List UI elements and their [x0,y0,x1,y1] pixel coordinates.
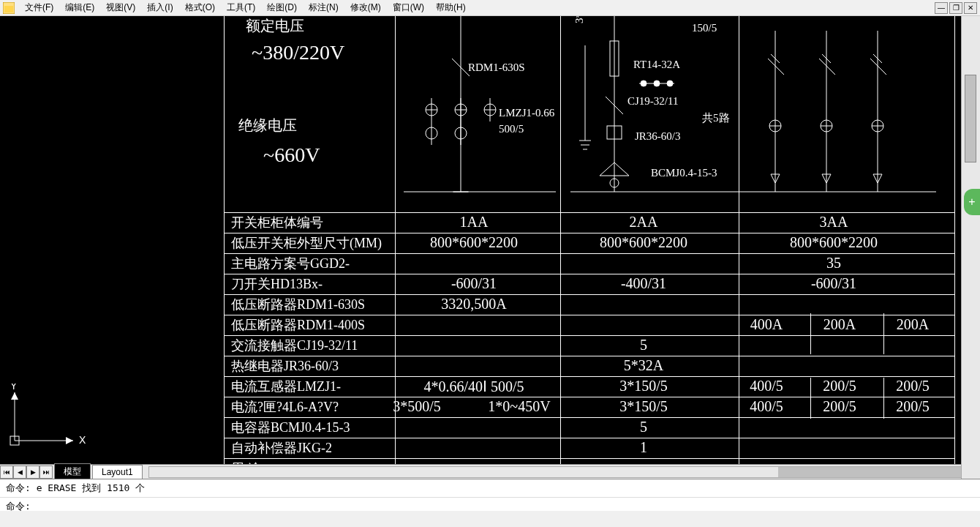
row-line-8 [224,376,955,377]
vertical-scrollbar[interactable] [961,16,980,479]
tab-model[interactable]: 模型 [54,463,91,479]
menu-format[interactable]: 格式(O) [179,0,221,15]
row-label: 开关柜柜体编号 [231,214,323,231]
row-cell: 3320,500A [441,296,506,313]
row-line-0 [224,212,955,213]
tab-layout1[interactable]: Layout1 [92,465,143,479]
menu-modify[interactable]: 修改(M) [344,0,387,15]
svg-marker-56 [11,392,18,400]
row-cell: -400/31 [621,275,666,292]
row-cell: 5*32A [624,357,663,374]
row-cell: 5 [640,337,647,354]
drawing-workspace: 额定电压 ~380/220V 绝缘电压 ~660V RDM1-630S LMZJ… [0,16,980,479]
row-cell: 1*0~450V [488,398,550,415]
horizontal-scrollbar[interactable] [148,466,961,478]
row-cell: 400A [750,316,783,333]
row-cell: 3*150/5 [619,398,668,415]
col-div-3c [810,378,811,419]
tab-first-button[interactable]: ⏮ [0,466,13,479]
row-label: 电流?匣?4L6-A?V? [231,398,339,416]
row-line-2 [224,253,955,254]
menu-file[interactable]: 文件(F) [19,0,59,15]
row-label: 热继电器JR36-60/3 [231,357,339,375]
row-line-11 [224,438,955,438]
minimize-button[interactable]: — [935,2,948,14]
tab-last-button[interactable]: ⏭ [39,466,53,479]
row-line-10 [224,417,955,418]
col-div-1 [560,212,561,479]
row-cell: 800*600*2200 [430,234,518,251]
ucs-icon: X Y [6,384,86,449]
row-cell: 35 [826,255,841,272]
row-cell: 1AA [460,214,489,231]
row-cell: 3AA [820,214,848,231]
row-label: 低压断路器RDM1-630S [231,296,365,313]
menu-edit[interactable]: 编辑(E) [59,0,100,15]
row-line-7 [224,356,955,356]
row-line-1 [224,233,955,233]
row-label: 电容器BCMJ0.4-15-3 [231,419,350,436]
window-controls: — ❐ ✕ [935,2,977,14]
restore-button[interactable]: ❐ [949,2,962,14]
row-cell: 200/5 [896,378,930,395]
row-label: 电流互感器LMZJ1- [231,378,341,395]
model-tab-bar: ⏮ ◀ ▶ ⏭ 模型 Layout1 [0,464,961,479]
command-area: 命令: e ERASE 找到 1510 个 命令: [0,479,980,511]
row-line-6 [224,335,955,336]
row-cell: 4*0.66/40Ⅰ 500/5 [423,378,524,395]
row-cell: 2AA [630,214,658,231]
row-cell: 5 [640,419,647,436]
row-cell: 3*500/5 [393,398,441,415]
row-cell: -600/31 [451,275,497,292]
row-label: 主电路方案号GGD2- [231,255,350,272]
row-line-9 [224,397,955,397]
svg-marker-54 [66,437,73,444]
row-cell: 200A [823,316,856,333]
row-cell: -600/31 [811,275,856,292]
tab-next-button[interactable]: ▶ [26,466,39,479]
command-input[interactable]: 命令: [0,498,980,515]
row-line-12 [224,458,955,459]
row-cell: 400/5 [750,378,783,395]
menu-view[interactable]: 视图(V) [100,0,141,15]
row-cell: 800*600*2200 [600,234,687,251]
row-cell: 200/5 [823,378,856,395]
ucs-x-label: X [79,434,86,446]
side-add-button[interactable]: + [964,189,980,215]
row-label: 自动补偿器JKG-2 [231,439,332,457]
row-line-5 [224,315,955,315]
menu-tools[interactable]: 工具(T) [221,0,261,15]
row-cell: 200/5 [823,398,856,415]
menu-draw[interactable]: 绘图(D) [261,0,303,15]
col-div-3d [883,378,884,419]
command-history: 命令: e ERASE 找到 1510 个 [0,479,980,498]
row-cell: 1 [640,439,647,456]
row-line-4 [224,294,955,295]
hscroll-thumb[interactable] [778,467,968,477]
ucs-y-label: Y [10,384,18,392]
close-button[interactable]: ✕ [964,2,977,14]
col-div-3a [810,313,811,354]
col-div-3b [883,313,884,354]
row-cell: 3*150/5 [619,378,668,395]
row-label: 低压断路器RDM1-400S [231,316,365,334]
col-div-1u [560,16,561,212]
svg-rect-1 [4,6,13,12]
row-label: 交流接触器CJ19-32/11 [231,337,358,354]
row-cell: 400/5 [750,398,783,415]
drawing-canvas[interactable]: 额定电压 ~380/220V 绝缘电压 ~660V RDM1-630S LMZJ… [0,16,961,479]
vscroll-thumb[interactable] [965,75,976,162]
row-cell: 200A [897,316,929,333]
menu-insert[interactable]: 插入(I) [141,0,178,15]
row-cell: 200/5 [896,398,930,415]
row-line-3 [224,274,955,274]
menu-window[interactable]: 窗口(W) [387,0,430,15]
col-div-2 [739,16,739,479]
app-icon [3,2,15,14]
row-cell: 800*600*2200 [790,234,878,251]
tab-prev-button[interactable]: ◀ [13,466,26,479]
menu-help[interactable]: 帮助(H) [430,0,472,15]
row-label: 刀开关HD13Bx- [231,275,323,293]
menu-dim[interactable]: 标注(N) [303,0,344,15]
menu-bar: 文件(F) 编辑(E) 视图(V) 插入(I) 格式(O) 工具(T) 绘图(D… [0,0,980,16]
